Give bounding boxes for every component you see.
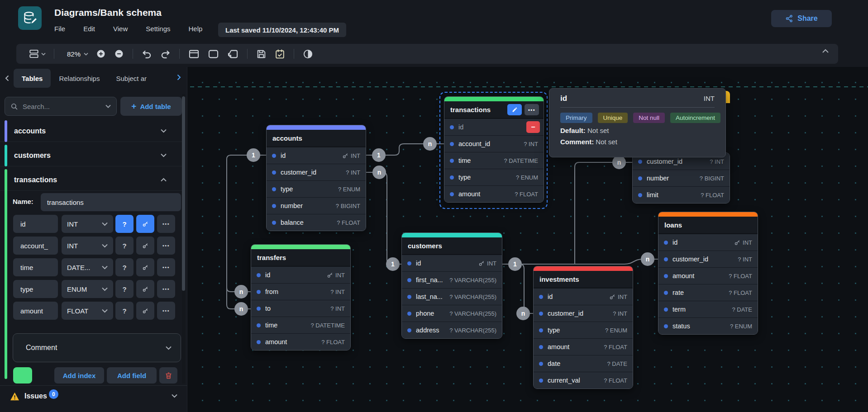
diagram-table-transactions[interactable]: transactions•••id−account_id? INTtime? D… (444, 96, 544, 203)
field-type-select[interactable]: INT (62, 215, 113, 233)
table-field-row[interactable]: type? ENUM (267, 180, 366, 197)
chevron-down-icon[interactable] (161, 153, 167, 157)
field-more-button[interactable]: ••• (157, 280, 175, 298)
field-type-select[interactable]: INT (62, 237, 113, 255)
menu-file[interactable]: File (54, 25, 65, 33)
diagram-table-accounts[interactable]: accountsid INTcustomer_id? INTtype? ENUM… (266, 125, 366, 231)
field-type-select[interactable]: DATE... (62, 258, 113, 276)
table-field-row[interactable]: phone? VARCHAR(255) (402, 305, 502, 322)
field-primary-key-button[interactable] (136, 258, 154, 276)
table-field-row[interactable]: time? DATETIME (444, 152, 544, 169)
table-field-row[interactable]: account_id? INT (444, 135, 544, 152)
table-field-row[interactable]: amount? FLOAT (658, 267, 758, 284)
zoom-in-button[interactable] (92, 47, 110, 61)
table-name-row[interactable]: transfers (251, 249, 350, 266)
redo-button[interactable] (156, 47, 175, 61)
field-nullable-button[interactable]: ? (115, 215, 134, 233)
diagram-table-investments[interactable]: investmentsid INTcustomer_id? INTtype? E… (533, 266, 633, 389)
delete-table-button[interactable] (159, 367, 177, 384)
todo-calendar-button[interactable] (271, 47, 289, 61)
field-type-select[interactable]: ENUM (62, 280, 113, 298)
add-index-button[interactable]: Add index (54, 367, 104, 384)
zoom-out-button[interactable] (110, 47, 128, 61)
table-field-row[interactable]: limit? FLOAT (633, 186, 730, 203)
scrollbar-thumb[interactable] (182, 96, 185, 291)
table-color-swatch[interactable] (13, 367, 32, 384)
field-name-button[interactable]: time (13, 258, 58, 276)
table-field-row[interactable]: type? ENUM (444, 169, 544, 185)
search-input[interactable] (23, 103, 101, 110)
table-field-row[interactable]: id INT (402, 255, 502, 271)
table-field-row[interactable]: customer_id? INT (534, 305, 633, 322)
field-primary-key-button[interactable] (136, 280, 154, 298)
comment-section[interactable]: Comment (13, 333, 181, 362)
table-field-row[interactable]: id INT (251, 266, 350, 283)
table-field-row[interactable]: amount? FLOAT (444, 185, 544, 202)
share-button[interactable]: Share (771, 10, 832, 27)
table-field-row[interactable]: first_na...? VARCHAR(255) (402, 271, 502, 288)
diagram-table-customers[interactable]: customersid INTfirst_na...? VARCHAR(255)… (401, 232, 502, 339)
table-name-row[interactable]: accounts (267, 130, 366, 147)
field-name-button[interactable]: id (13, 215, 58, 233)
field-primary-key-button[interactable] (136, 215, 154, 233)
table-field-row[interactable]: date? DATE (534, 355, 633, 372)
field-more-button[interactable]: ••• (157, 302, 175, 320)
table-name-row[interactable]: loans (658, 217, 758, 234)
table-name-row[interactable]: customers (402, 237, 502, 255)
field-nullable-button[interactable]: ? (115, 258, 134, 276)
field-name-button[interactable]: type (13, 280, 58, 298)
issues-bar[interactable]: Issues 0 (0, 385, 187, 412)
field-more-button[interactable]: ••• (157, 237, 175, 255)
add-field-button[interactable]: Add field (107, 367, 157, 384)
add-table-tool[interactable] (184, 47, 204, 61)
field-type-select[interactable]: FLOAT (62, 302, 113, 320)
field-more-button[interactable]: ••• (157, 215, 175, 233)
table-field-row[interactable]: last_na...? VARCHAR(255) (402, 288, 502, 305)
table-name-input[interactable] (41, 193, 181, 211)
diagram-table-credit_cards[interactable]: customer_id? INTnumber? BIGINTlimit? FLO… (632, 152, 730, 204)
field-primary-key-button[interactable] (136, 237, 154, 255)
delete-field-button[interactable]: − (526, 121, 540, 133)
table-field-row[interactable]: id INT (267, 147, 366, 164)
table-field-row[interactable]: term? DATE (658, 301, 758, 317)
theme-toggle-button[interactable] (299, 47, 317, 61)
field-nullable-button[interactable]: ? (115, 280, 134, 298)
add-table-button[interactable]: + Add table (120, 97, 182, 116)
edit-table-button[interactable] (507, 104, 522, 115)
table-field-row[interactable]: type? ENUM (534, 322, 633, 338)
sidebar-item-customers[interactable]: customers (0, 145, 182, 166)
menu-edit[interactable]: Edit (83, 25, 95, 33)
save-button[interactable] (252, 47, 271, 61)
table-field-row[interactable]: balance? FLOAT (267, 214, 366, 231)
tabs-scroll-right-button[interactable] (177, 74, 181, 81)
tab-subject-ar[interactable]: Subject ar (108, 69, 155, 88)
table-field-row[interactable]: from? INT (251, 283, 350, 300)
table-field-row[interactable]: number? BIGINT (633, 170, 730, 186)
table-field-row[interactable]: status? ENUM (658, 317, 758, 334)
menu-help[interactable]: Help (188, 25, 202, 33)
menu-settings[interactable]: Settings (146, 25, 170, 33)
undo-button[interactable] (138, 47, 156, 61)
tabs-scroll-left-button[interactable] (0, 75, 14, 81)
table-field-row[interactable]: amount? FLOAT (534, 338, 633, 355)
table-search[interactable] (5, 97, 117, 116)
field-name-button[interactable]: amount (13, 302, 58, 320)
table-field-row[interactable]: id INT (658, 234, 758, 251)
field-name-button[interactable]: account_ (13, 237, 58, 255)
sidebar-item-transactions[interactable]: transactions (0, 169, 182, 191)
table-field-row[interactable]: id INT (534, 288, 633, 305)
table-field-row[interactable]: rate? FLOAT (658, 284, 758, 301)
field-more-button[interactable]: ••• (157, 258, 175, 276)
menu-view[interactable]: View (113, 25, 128, 33)
table-field-row[interactable]: id− (444, 118, 544, 135)
app-logo[interactable] (18, 6, 42, 30)
zoom-level-selector[interactable]: 82% (59, 47, 92, 61)
table-field-row[interactable]: current_val? FLOAT (534, 372, 633, 388)
table-field-row[interactable]: time? DATETIME (251, 317, 350, 333)
diagram-table-loans[interactable]: loansid INTcustomer_id? INTamount? FLOAT… (658, 212, 758, 335)
diagram-table-transfers[interactable]: transfersid INTfrom? INTto? INTtime? DAT… (251, 244, 351, 350)
table-field-row[interactable]: address? VARCHAR(255) (402, 322, 502, 338)
tab-tables[interactable]: Tables (14, 69, 51, 88)
add-note-tool[interactable] (223, 47, 243, 61)
field-nullable-button[interactable]: ? (115, 302, 134, 320)
